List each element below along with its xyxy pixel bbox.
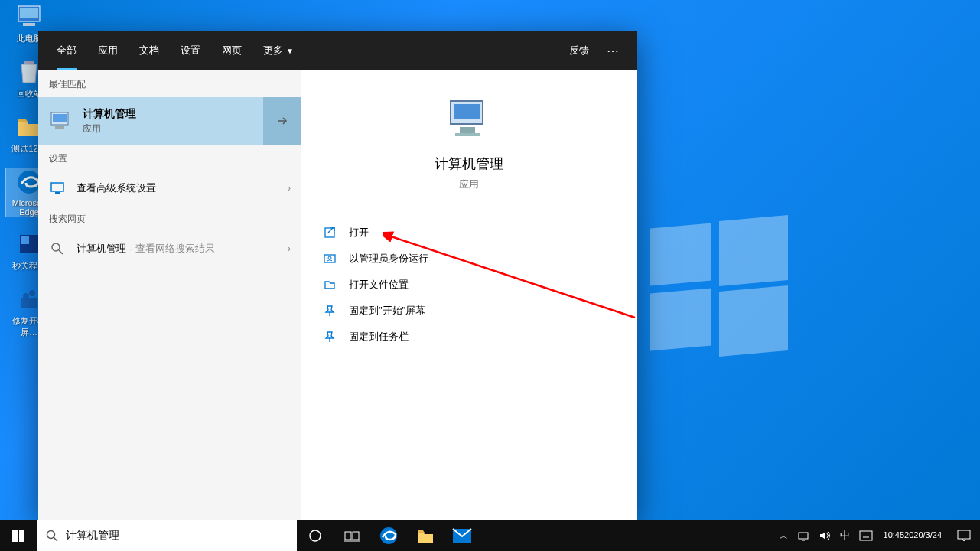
svg-rect-18 (454, 104, 480, 119)
tab-settings[interactable]: 设置 (170, 31, 211, 70)
pin-icon (321, 304, 338, 318)
arrow-right-icon (276, 115, 288, 127)
tab-all[interactable]: 全部 (46, 31, 87, 70)
svg-rect-21 (325, 228, 334, 237)
taskbar-app-mail[interactable] (444, 520, 480, 551)
svg-rect-29 (353, 532, 359, 540)
section-best-match: 最佳匹配 (38, 70, 301, 97)
svg-rect-13 (51, 183, 63, 191)
pc-icon (14, 3, 44, 31)
svg-point-8 (23, 293, 29, 299)
mail-icon (452, 528, 472, 543)
action-pin-to-taskbar[interactable]: 固定到任务栏 (317, 324, 621, 350)
start-search-panel: 全部 应用 文档 设置 网页 更多▼ 反馈 ⋯ 最佳匹配 计算机管理 应用 (38, 31, 637, 520)
folder-icon (416, 527, 435, 544)
action-pin-to-start[interactable]: 固定到"开始"屏幕 (317, 298, 621, 324)
tray-overflow-button[interactable]: ︿ (775, 520, 793, 551)
start-button[interactable] (0, 520, 37, 551)
network-icon (797, 530, 809, 542)
result-title: 计算机管理 (83, 107, 136, 121)
result-subtitle: 应用 (83, 122, 136, 135)
svg-point-9 (29, 290, 35, 296)
result-web-search[interactable]: 计算机管理 - 查看网络搜索结果 › (38, 232, 301, 266)
svg-point-27 (310, 530, 321, 541)
more-menu-button[interactable]: ⋯ (598, 44, 629, 58)
preview-pane: 计算机管理 应用 打开 以管理员身份运行 打开文件位置 固定到"开始"屏幕 (301, 70, 637, 520)
tab-documents[interactable]: 文档 (129, 31, 170, 70)
action-label: 打开文件位置 (349, 278, 409, 292)
chevron-up-icon: ︿ (780, 530, 788, 542)
tray-volume-icon[interactable] (814, 520, 835, 551)
tab-apps[interactable]: 应用 (87, 31, 129, 70)
monitor-icon (49, 180, 66, 197)
feedback-link[interactable]: 反馈 (560, 44, 598, 57)
cortana-icon (308, 529, 322, 543)
search-icon (46, 530, 58, 542)
result-label: 查看高级系统设置 (77, 181, 156, 195)
speaker-icon (819, 530, 831, 542)
tab-web[interactable]: 网页 (211, 31, 252, 70)
taskbar-app-edge[interactable] (370, 520, 407, 551)
open-icon (321, 226, 338, 240)
svg-rect-3 (24, 61, 34, 64)
svg-rect-19 (460, 127, 475, 133)
admin-icon (321, 252, 338, 266)
chevron-right-icon: › (288, 183, 291, 194)
system-tray: ︿ 中 10:45 2020/3/24 (775, 520, 980, 551)
windows-logo-icon (12, 530, 24, 542)
svg-rect-33 (799, 533, 808, 539)
folder-location-icon (321, 278, 338, 292)
result-label: 计算机管理 - 查看网络搜索结果 (77, 242, 215, 256)
action-label: 以管理员身份运行 (349, 252, 428, 266)
action-label: 固定到任务栏 (349, 330, 409, 344)
svg-rect-20 (455, 133, 480, 136)
svg-line-26 (54, 538, 58, 542)
action-open[interactable]: 打开 (317, 220, 621, 246)
keyboard-icon (859, 530, 873, 541)
svg-rect-2 (23, 23, 35, 26)
taskbar-search-box[interactable] (37, 520, 297, 551)
action-open-file-location[interactable]: 打开文件位置 (317, 272, 621, 298)
notification-icon (957, 530, 971, 542)
taskbar-app-explorer[interactable] (407, 520, 444, 551)
svg-rect-40 (958, 530, 970, 539)
search-input[interactable] (66, 530, 288, 542)
svg-line-16 (59, 250, 63, 254)
search-icon (49, 240, 66, 257)
svg-rect-7 (21, 298, 37, 308)
svg-point-25 (47, 531, 55, 539)
tray-network-icon[interactable] (793, 520, 814, 551)
wallpaper-windows-logo (650, 218, 788, 356)
task-view-button[interactable] (334, 520, 370, 551)
tab-more[interactable]: 更多▼ (252, 31, 304, 70)
clock-date: 2020/3/24 (904, 530, 942, 540)
section-settings: 设置 (38, 145, 301, 171)
section-web: 搜索网页 (38, 205, 301, 232)
cortana-button[interactable] (297, 520, 334, 551)
svg-point-23 (328, 256, 331, 259)
action-label: 打开 (349, 226, 369, 240)
svg-point-15 (52, 243, 60, 251)
expand-arrow-button[interactable] (263, 97, 301, 145)
task-view-icon (344, 530, 360, 542)
result-computer-management[interactable]: 计算机管理 应用 (38, 97, 301, 145)
action-center-button[interactable] (948, 520, 980, 551)
action-label: 固定到"开始"屏幕 (349, 304, 425, 318)
action-run-as-admin[interactable]: 以管理员身份运行 (317, 246, 621, 272)
clock-time: 10:45 (884, 530, 905, 540)
chevron-right-icon: › (288, 243, 291, 254)
tray-ime-lang[interactable]: 中 (835, 520, 855, 551)
pin-icon (321, 330, 338, 344)
result-advanced-system-settings[interactable]: 查看高级系统设置 › (38, 171, 301, 205)
taskbar: ︿ 中 10:45 2020/3/24 (0, 520, 980, 551)
results-column: 最佳匹配 计算机管理 应用 设置 查看高级系统设置 › (38, 70, 301, 520)
tray-clock[interactable]: 10:45 2020/3/24 (877, 520, 948, 551)
divider (317, 210, 621, 210)
preview-title: 计算机管理 (317, 155, 621, 173)
svg-rect-14 (55, 192, 60, 194)
svg-rect-12 (55, 126, 64, 129)
computer-management-icon (49, 109, 73, 133)
tray-ime-keyboard[interactable] (855, 520, 877, 551)
edge-icon (379, 526, 399, 546)
svg-rect-28 (345, 532, 351, 540)
